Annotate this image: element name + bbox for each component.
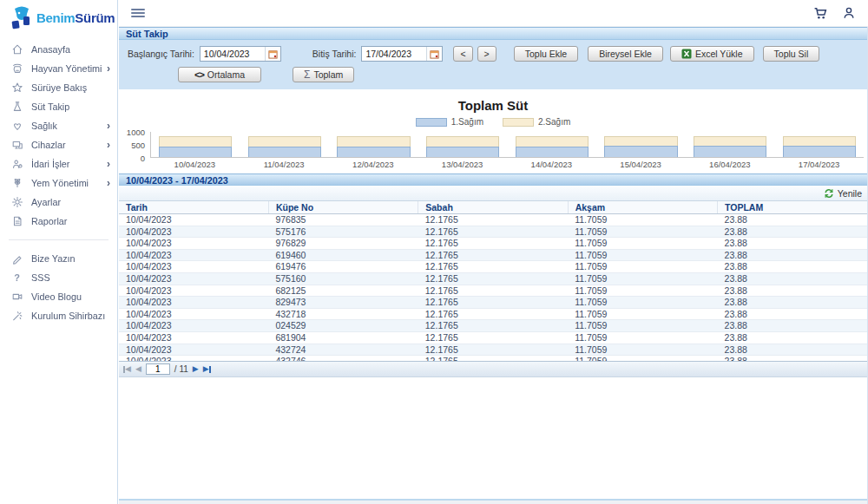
feed-icon	[10, 177, 23, 190]
table-cell: 10/04/2023	[119, 285, 268, 297]
table-row[interactable]: 10/04/202357516012.176511.705923.88	[119, 272, 867, 285]
sidebar-item-label: İdari İşler	[31, 159, 107, 169]
first-page-button[interactable]: ◀	[123, 365, 131, 373]
start-date-calendar-icon[interactable]	[265, 47, 280, 61]
table-cell: 23.88	[718, 249, 867, 261]
stacked-bar[interactable]	[248, 136, 321, 157]
toplu-ekle-button[interactable]: Toplu Ekle	[514, 46, 578, 62]
excel-yukle-button[interactable]: Excel Yükle	[670, 46, 754, 62]
sidebar-item-yem-yönetimi[interactable]: Yem Yönetimi›	[0, 173, 117, 193]
legend-item: 2.Sağım	[503, 117, 570, 127]
column-header-akşam[interactable]: Akşam	[568, 201, 717, 214]
bar-slot	[151, 132, 240, 157]
home-icon	[10, 43, 23, 56]
bar-slot	[329, 132, 418, 157]
bireysel-ekle-button[interactable]: Bireysel Ekle	[588, 46, 663, 62]
prev-page-button[interactable]: ◀	[135, 365, 141, 373]
hamburger-menu-icon[interactable]	[131, 7, 145, 19]
refresh-button[interactable]: Yenile	[824, 188, 862, 199]
ortalama-button[interactable]: <> Ortalama	[178, 67, 261, 82]
table-row[interactable]: 10/04/202382947312.176511.705923.88	[119, 297, 867, 309]
table-row[interactable]: 10/04/202357517612.176511.705923.88	[119, 226, 867, 238]
stacked-bar[interactable]	[516, 136, 589, 157]
sidebar-item-süt-takip[interactable]: Süt Takip	[0, 97, 117, 116]
table-row[interactable]: 10/04/202343272412.176511.705923.88	[119, 344, 867, 356]
table-cell: 12.1765	[418, 214, 568, 226]
bar-segment-2.Sağım	[159, 136, 232, 147]
end-date-label: Bitiş Tarihi:	[312, 49, 357, 59]
x-tick-label: 15/04/2023	[596, 160, 686, 172]
table-row[interactable]: 10/04/202361947612.176511.705923.88	[119, 261, 867, 273]
sidebar-item-sürüye-bakış[interactable]: Sürüye Bakış	[0, 78, 117, 97]
chevron-right-icon: ›	[107, 139, 110, 151]
chevron-right-icon: ›	[107, 62, 110, 75]
stacked-bar[interactable]	[783, 136, 856, 157]
app-logo[interactable]: BenimSürüm	[0, 0, 117, 35]
sidebar-item-ayarlar[interactable]: Ayarlar	[0, 193, 117, 212]
last-page-button[interactable]: ▶	[203, 365, 211, 373]
cart-icon[interactable]	[813, 6, 828, 21]
stacked-bar[interactable]	[694, 136, 766, 157]
empty-content-area	[119, 377, 867, 499]
sidebar-item-i-dari-i-şler[interactable]: İdari İşler›	[0, 154, 117, 173]
sidebar-item-label: Raporlar	[31, 216, 110, 226]
wizard-icon	[10, 310, 23, 323]
table-cell: 10/04/2023	[119, 238, 268, 250]
sidebar-item-kurulum-sihirbazı[interactable]: Kurulum Sihirbazı	[0, 306, 117, 325]
table-cell: 23.88	[718, 308, 867, 320]
page-number-input[interactable]	[146, 363, 170, 375]
sidebar-item-raporlar[interactable]: Raporlar	[0, 212, 117, 231]
bar-segment-2.Sağım	[337, 136, 410, 147]
table-row[interactable]: 10/04/202368212512.176511.705923.88	[119, 285, 867, 297]
sidebar-nav-main: AnasayfaHayvan Yönetimi›Sürüye BakışSüt …	[0, 40, 117, 231]
gear-icon	[10, 196, 23, 209]
next-period-button[interactable]: >	[477, 46, 496, 62]
table-row[interactable]: 10/04/202361946012.176511.705923.88	[119, 249, 867, 261]
plot-area	[150, 132, 864, 158]
x-axis-labels: 10/04/202311/04/202312/04/202313/04/2023…	[150, 160, 864, 172]
column-header-küpe-no[interactable]: Küpe No	[268, 201, 418, 214]
sidebar-item-sağlık[interactable]: Sağlık›	[0, 116, 117, 135]
sidebar-item-label: Video Blogu	[31, 291, 110, 302]
sidebar-item-hayvan-yönetimi[interactable]: Hayvan Yönetimi›	[0, 59, 117, 78]
toplam-button[interactable]: Σ Toplam	[293, 67, 354, 82]
stacked-bar[interactable]	[337, 136, 410, 157]
bar-segment-1.Sağım	[783, 146, 856, 157]
start-date-input[interactable]	[201, 47, 265, 61]
toplu-sil-button[interactable]: Toplu Sil	[763, 46, 820, 62]
sidebar-item-video-blogu[interactable]: Video Blogu	[0, 287, 117, 306]
table-row[interactable]: 10/04/202397683512.176511.705923.88	[119, 214, 867, 226]
bottom-border-strip	[119, 499, 867, 504]
sidebar-item-anasayfa[interactable]: Anasayfa	[0, 40, 117, 59]
stacked-bar[interactable]	[604, 136, 677, 157]
table-row[interactable]: 10/04/202397682912.176511.705923.88	[119, 238, 867, 250]
x-tick-label: 16/04/2023	[686, 160, 775, 172]
end-date-input[interactable]	[362, 47, 426, 61]
column-header-sabah[interactable]: Sabah	[418, 201, 568, 214]
end-date-field	[361, 46, 443, 62]
table-cell: 11.7059	[568, 249, 717, 261]
cow-icon	[10, 62, 23, 75]
column-header-tarih[interactable]: Tarih	[119, 201, 268, 214]
table-cell: 23.88	[718, 331, 867, 344]
table-cell: 681904	[268, 331, 418, 344]
end-date-calendar-icon[interactable]	[426, 47, 442, 61]
bar-segment-2.Sağım	[248, 136, 321, 147]
video-icon	[10, 291, 23, 304]
bar-slot	[508, 132, 597, 157]
prev-period-button[interactable]: <	[453, 46, 472, 62]
stacked-bar[interactable]	[159, 136, 232, 157]
table-row[interactable]: 10/04/202368190412.176511.705923.88	[119, 331, 867, 344]
sidebar-item-label: Süt Takip	[31, 101, 110, 112]
x-tick-label: 12/04/2023	[329, 160, 418, 172]
sidebar-item-cihazlar[interactable]: Cihazlar›	[0, 135, 117, 154]
table-cell: 976835	[268, 214, 418, 226]
stacked-bar[interactable]	[426, 136, 499, 157]
table-row[interactable]: 10/04/202302452912.176511.705923.88	[119, 320, 867, 332]
column-header-toplam[interactable]: TOPLAM	[718, 201, 867, 214]
sidebar-item-sss[interactable]: ?SSS	[0, 268, 117, 287]
next-page-button[interactable]: ▶	[193, 365, 199, 373]
user-icon[interactable]	[842, 6, 856, 20]
sidebar-item-bize-yazın[interactable]: Bize Yazın	[0, 249, 117, 268]
table-row[interactable]: 10/04/202343271812.176511.705923.88	[119, 308, 867, 320]
